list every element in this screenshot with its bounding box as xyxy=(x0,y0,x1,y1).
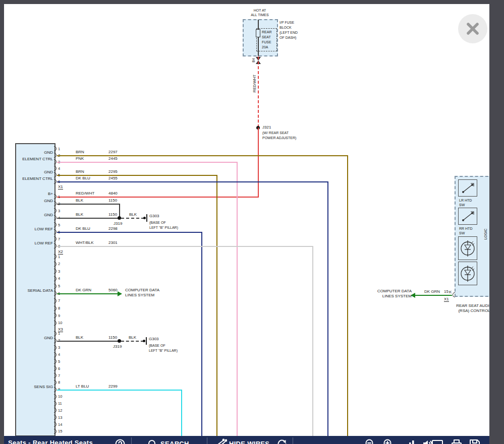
wire-circuit-label: 5060 xyxy=(108,288,118,293)
zoom-out-button[interactable] xyxy=(364,438,376,444)
pin-function-label: LOW REF xyxy=(16,241,53,245)
close-button[interactable] xyxy=(458,14,487,43)
wire-color-label: DK GRN xyxy=(76,288,91,293)
wire-ltblu-2299 xyxy=(57,390,182,391)
fuse-block-label: (LEFT END xyxy=(279,30,298,35)
switch-icon xyxy=(459,209,477,224)
wire-pnk-2445 xyxy=(57,162,238,163)
ground-name: G303 xyxy=(149,214,159,219)
pin-terminal xyxy=(54,262,57,267)
logic-label: LOGIC xyxy=(483,223,488,245)
print-button[interactable] xyxy=(450,438,463,444)
pin-terminal xyxy=(54,380,57,385)
hot-at-label: HOT AT xyxy=(242,8,277,13)
data-lines-destination: LINES SYSTEM xyxy=(125,293,154,298)
fuse-name-line: REAR xyxy=(262,30,271,34)
rsa-pin-label: K xyxy=(449,290,452,295)
pin-terminal xyxy=(54,276,57,281)
wire-circuit-label: 1150 xyxy=(108,212,117,217)
ground-symbol xyxy=(146,214,147,222)
fuse-name-line: FUSE xyxy=(262,40,271,44)
wire-blk-ground-dashed xyxy=(121,341,144,342)
pin-number: 12 xyxy=(58,408,62,413)
pin-number: 7 xyxy=(58,237,60,241)
zoom-out-icon xyxy=(364,438,376,444)
toolbar-divider xyxy=(207,437,207,444)
pin-function-label: LOW REF xyxy=(16,227,53,231)
wire-circuit-label: 2297 xyxy=(108,150,118,155)
lr-htd-switch-box xyxy=(458,179,477,197)
pin-terminal xyxy=(54,243,57,248)
wire-red-wht-horizontal xyxy=(57,197,259,198)
splice-j321-desc: (W/ REAR SEAT xyxy=(262,131,289,135)
splice-j319-label: J319 xyxy=(113,344,122,349)
diagram-page[interactable]: HOT AT ALL TIMES REAR SEAT FUSE 20A I/P … xyxy=(4,4,489,444)
save-button[interactable] xyxy=(468,438,481,444)
pin-row: 5 xyxy=(54,221,60,228)
hide-wires-icon xyxy=(216,438,227,444)
connector-section-x2-pins: 1 2 3 4 5 6 7 8 xyxy=(54,193,60,249)
data-lines-destination: LINES SYSTEM xyxy=(372,294,412,299)
data-lines-destination: COMPUTER DATA xyxy=(125,288,159,293)
help-button[interactable] xyxy=(115,438,126,444)
pin-terminal xyxy=(54,269,57,274)
hide-wires-label[interactable]: HIDE WIRES xyxy=(229,440,269,444)
connector-section-x4-pins: 1 2 3 4 5 6 7 8 9 10 11 12 13 14 15 xyxy=(54,330,62,435)
search-button[interactable] xyxy=(147,439,158,444)
wire-circuit-label: 15 xyxy=(444,289,449,294)
lr-htd-sw-label: SW xyxy=(459,203,465,207)
reset-view-button[interactable] xyxy=(276,438,288,444)
close-icon xyxy=(458,14,487,43)
fuse-block-label: OF DASH) xyxy=(279,35,296,40)
pin-row: 10 xyxy=(54,320,62,327)
wire-color-label: WHT/BLK xyxy=(76,240,94,245)
wire-dkgrn-15 xyxy=(415,295,452,296)
pin-row: 12 xyxy=(54,407,62,414)
pin-terminal xyxy=(54,422,57,427)
zoom-in-button[interactable] xyxy=(382,438,395,444)
rsa-module-name: (RSA) CONTROL xyxy=(450,308,489,313)
wire-color-label: BLK xyxy=(129,335,136,340)
ground-symbol xyxy=(146,337,147,345)
pin-function-label: B+ xyxy=(16,192,53,196)
wire-circuit-label: 2295 xyxy=(108,169,118,174)
pin-number: 3 xyxy=(58,345,60,350)
save-icon xyxy=(468,438,481,444)
pin-terminal xyxy=(54,236,57,241)
pin-number: 8 xyxy=(58,306,60,310)
led-indicator-box xyxy=(458,262,477,285)
display-icon xyxy=(431,438,444,444)
wire-color-label: DK BLU xyxy=(76,176,90,181)
led-icon xyxy=(459,237,476,260)
pin-number: 9 xyxy=(58,313,60,318)
pin-number: 4 xyxy=(58,352,60,357)
pin-number: 15 xyxy=(58,429,62,433)
pin-terminal xyxy=(54,408,57,413)
wire-red-wht-label-rotated: RED/WHT xyxy=(252,70,257,98)
wire-circuit-label: 1150 xyxy=(108,335,117,340)
wire-color-label: BRN xyxy=(76,150,84,155)
pin-terminal xyxy=(54,194,57,199)
search-label[interactable]: SEARCH xyxy=(160,440,189,444)
display-button[interactable] xyxy=(431,438,444,444)
pin-function-label: SENS SIG xyxy=(16,385,53,389)
pin-number: 2 xyxy=(58,262,60,266)
wire-color-label: LT BLU xyxy=(76,384,89,389)
pin-number: 3 xyxy=(58,209,60,213)
pin-terminal xyxy=(54,172,57,177)
ground-dot xyxy=(143,217,146,219)
help-icon xyxy=(115,438,126,444)
pin-number: 7 xyxy=(58,373,60,378)
diagram-title: Seats - Rear Heated Seats xyxy=(8,439,93,444)
pin-row: 3 xyxy=(54,344,62,351)
pin-number: 1 xyxy=(58,331,60,336)
ground-desc: (BASE OF xyxy=(149,343,165,348)
wire-whtblk-2301 xyxy=(57,246,313,247)
levels-button[interactable] xyxy=(405,438,416,444)
ground-desc: LEFT "B" PILLAR) xyxy=(149,225,178,230)
connector-section-x3-pins: 1 2 3 4 5 6 7 8 9 10 xyxy=(54,253,62,327)
pin-terminal xyxy=(54,331,57,336)
hide-wires-button[interactable] xyxy=(216,438,227,444)
pin-terminal xyxy=(54,338,57,343)
pin-row: 8 xyxy=(54,304,62,312)
